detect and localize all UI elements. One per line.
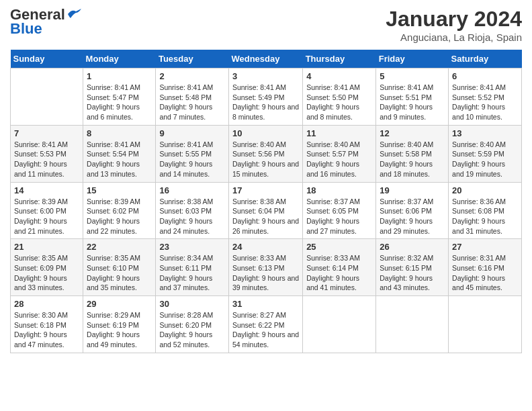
day-number: 20 <box>452 185 518 195</box>
day-number: 15 <box>87 185 152 195</box>
day-info: Sunrise: 8:28 AMSunset: 6:20 PMDaylight:… <box>159 310 225 350</box>
calendar-cell <box>376 296 449 353</box>
day-number: 22 <box>87 242 152 252</box>
day-info: Sunrise: 8:41 AMSunset: 5:53 PMDaylight:… <box>14 140 79 179</box>
calendar-cell: 24Sunrise: 8:33 AMSunset: 6:13 PMDayligh… <box>228 239 302 296</box>
day-number: 9 <box>159 128 225 138</box>
day-info: Sunrise: 8:41 AMSunset: 5:51 PMDaylight:… <box>380 83 445 122</box>
calendar-week-row: 7Sunrise: 8:41 AMSunset: 5:53 PMDaylight… <box>11 125 522 182</box>
weekday-header-sunday: Sunday <box>11 50 83 68</box>
calendar-cell: 4Sunrise: 8:41 AMSunset: 5:50 PMDaylight… <box>303 68 376 126</box>
day-number: 21 <box>14 242 79 252</box>
calendar-cell: 20Sunrise: 8:36 AMSunset: 6:08 PMDayligh… <box>449 182 522 239</box>
day-info: Sunrise: 8:41 AMSunset: 5:52 PMDaylight:… <box>452 83 518 122</box>
logo-bird-icon <box>66 9 81 19</box>
day-info: Sunrise: 8:27 AMSunset: 6:22 PMDaylight:… <box>232 310 299 350</box>
day-number: 29 <box>87 299 152 309</box>
day-number: 27 <box>452 242 518 252</box>
day-number: 4 <box>306 71 372 81</box>
calendar-cell: 26Sunrise: 8:32 AMSunset: 6:15 PMDayligh… <box>376 239 449 296</box>
calendar-cell: 29Sunrise: 8:29 AMSunset: 6:19 PMDayligh… <box>83 296 156 353</box>
calendar-cell: 13Sunrise: 8:40 AMSunset: 5:59 PMDayligh… <box>449 125 522 182</box>
weekday-header-monday: Monday <box>83 50 156 68</box>
day-number: 12 <box>380 128 445 138</box>
calendar-cell: 17Sunrise: 8:38 AMSunset: 6:04 PMDayligh… <box>228 182 302 239</box>
day-info: Sunrise: 8:41 AMSunset: 5:49 PMDaylight:… <box>232 83 299 122</box>
calendar-cell: 1Sunrise: 8:41 AMSunset: 5:47 PMDaylight… <box>83 68 156 126</box>
calendar-cell: 8Sunrise: 8:41 AMSunset: 5:54 PMDaylight… <box>83 125 156 182</box>
day-info: Sunrise: 8:37 AMSunset: 6:05 PMDaylight:… <box>306 197 372 236</box>
day-info: Sunrise: 8:35 AMSunset: 6:09 PMDaylight:… <box>14 253 79 293</box>
location-subtitle: Anguciana, La Rioja, Spain <box>386 32 522 43</box>
weekday-header-thursday: Thursday <box>303 50 376 68</box>
day-number: 7 <box>14 128 79 138</box>
day-info: Sunrise: 8:41 AMSunset: 5:47 PMDaylight:… <box>87 83 152 122</box>
calendar-cell: 25Sunrise: 8:33 AMSunset: 6:14 PMDayligh… <box>303 239 376 296</box>
day-number: 2 <box>159 71 225 81</box>
calendar-cell: 27Sunrise: 8:31 AMSunset: 6:16 PMDayligh… <box>449 239 522 296</box>
day-number: 16 <box>159 185 225 195</box>
day-number: 26 <box>380 242 445 252</box>
day-info: Sunrise: 8:39 AMSunset: 6:00 PMDaylight:… <box>14 197 79 236</box>
calendar-cell: 31Sunrise: 8:27 AMSunset: 6:22 PMDayligh… <box>228 296 302 353</box>
day-info: Sunrise: 8:30 AMSunset: 6:18 PMDaylight:… <box>14 310 79 350</box>
day-number: 31 <box>232 299 299 309</box>
day-info: Sunrise: 8:36 AMSunset: 6:08 PMDaylight:… <box>452 197 518 236</box>
day-number: 11 <box>306 128 372 138</box>
day-info: Sunrise: 8:33 AMSunset: 6:13 PMDaylight:… <box>232 253 299 293</box>
weekday-header-wednesday: Wednesday <box>228 50 302 68</box>
weekday-header-saturday: Saturday <box>449 50 522 68</box>
day-number: 13 <box>452 128 518 138</box>
day-number: 28 <box>14 299 79 309</box>
day-info: Sunrise: 8:31 AMSunset: 6:16 PMDaylight:… <box>452 253 518 293</box>
day-info: Sunrise: 8:37 AMSunset: 6:06 PMDaylight:… <box>380 197 445 236</box>
day-number: 8 <box>87 128 152 138</box>
calendar-cell: 14Sunrise: 8:39 AMSunset: 6:00 PMDayligh… <box>11 182 83 239</box>
day-info: Sunrise: 8:40 AMSunset: 5:57 PMDaylight:… <box>306 140 372 179</box>
day-number: 6 <box>452 71 518 81</box>
calendar-week-row: 1Sunrise: 8:41 AMSunset: 5:47 PMDaylight… <box>11 68 522 126</box>
weekday-header-tuesday: Tuesday <box>156 50 229 68</box>
month-title: January 2024 <box>386 7 522 32</box>
calendar-cell: 19Sunrise: 8:37 AMSunset: 6:06 PMDayligh… <box>376 182 449 239</box>
calendar-cell: 16Sunrise: 8:38 AMSunset: 6:03 PMDayligh… <box>156 182 229 239</box>
calendar-week-row: 28Sunrise: 8:30 AMSunset: 6:18 PMDayligh… <box>11 296 522 353</box>
logo: General Blue <box>10 7 81 38</box>
day-info: Sunrise: 8:33 AMSunset: 6:14 PMDaylight:… <box>306 253 372 293</box>
calendar-cell: 10Sunrise: 8:40 AMSunset: 5:56 PMDayligh… <box>228 125 302 182</box>
calendar-week-row: 14Sunrise: 8:39 AMSunset: 6:00 PMDayligh… <box>11 182 522 239</box>
calendar-cell: 22Sunrise: 8:35 AMSunset: 6:10 PMDayligh… <box>83 239 156 296</box>
day-info: Sunrise: 8:41 AMSunset: 5:55 PMDaylight:… <box>159 140 225 179</box>
calendar-cell <box>449 296 522 353</box>
day-number: 1 <box>87 71 152 81</box>
day-number: 25 <box>306 242 372 252</box>
day-info: Sunrise: 8:39 AMSunset: 6:02 PMDaylight:… <box>87 197 152 236</box>
calendar-cell: 7Sunrise: 8:41 AMSunset: 5:53 PMDaylight… <box>11 125 83 182</box>
day-number: 3 <box>232 71 299 81</box>
day-info: Sunrise: 8:41 AMSunset: 5:48 PMDaylight:… <box>159 83 225 122</box>
day-number: 19 <box>380 185 445 195</box>
calendar-cell: 30Sunrise: 8:28 AMSunset: 6:20 PMDayligh… <box>156 296 229 353</box>
calendar-cell: 23Sunrise: 8:34 AMSunset: 6:11 PMDayligh… <box>156 239 229 296</box>
calendar-cell: 21Sunrise: 8:35 AMSunset: 6:09 PMDayligh… <box>11 239 83 296</box>
calendar-cell <box>11 68 83 126</box>
day-number: 14 <box>14 185 79 195</box>
day-number: 10 <box>232 128 299 138</box>
calendar-cell: 12Sunrise: 8:40 AMSunset: 5:58 PMDayligh… <box>376 125 449 182</box>
page-container: General Blue January 2024 Anguciana, La … <box>0 0 532 360</box>
title-area: January 2024 Anguciana, La Rioja, Spain <box>386 7 522 43</box>
day-number: 30 <box>159 299 225 309</box>
calendar-cell: 28Sunrise: 8:30 AMSunset: 6:18 PMDayligh… <box>11 296 83 353</box>
day-info: Sunrise: 8:29 AMSunset: 6:19 PMDaylight:… <box>87 310 152 350</box>
page-header: General Blue January 2024 Anguciana, La … <box>10 7 522 43</box>
calendar-cell: 6Sunrise: 8:41 AMSunset: 5:52 PMDaylight… <box>449 68 522 126</box>
day-info: Sunrise: 8:41 AMSunset: 5:50 PMDaylight:… <box>306 83 372 122</box>
calendar-cell <box>303 296 376 353</box>
weekday-header-row: SundayMondayTuesdayWednesdayThursdayFrid… <box>11 50 522 68</box>
logo-content: General Blue <box>10 7 81 38</box>
calendar-cell: 15Sunrise: 8:39 AMSunset: 6:02 PMDayligh… <box>83 182 156 239</box>
day-number: 5 <box>380 71 445 81</box>
calendar-cell: 11Sunrise: 8:40 AMSunset: 5:57 PMDayligh… <box>303 125 376 182</box>
day-info: Sunrise: 8:34 AMSunset: 6:11 PMDaylight:… <box>159 253 225 293</box>
day-number: 23 <box>159 242 225 252</box>
